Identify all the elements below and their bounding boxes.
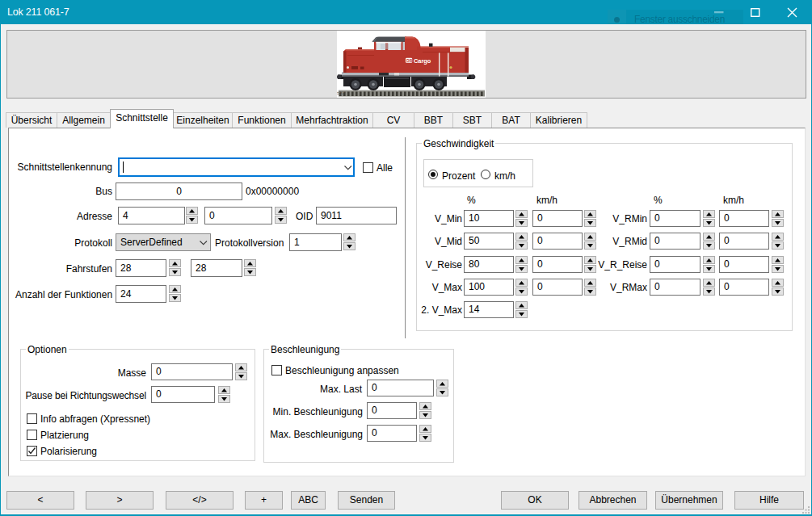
svg-text:DB: DB [406, 58, 413, 63]
svg-text:≈7: ≈7 [337, 90, 344, 97]
svg-text:Cargo: Cargo [414, 57, 431, 65]
